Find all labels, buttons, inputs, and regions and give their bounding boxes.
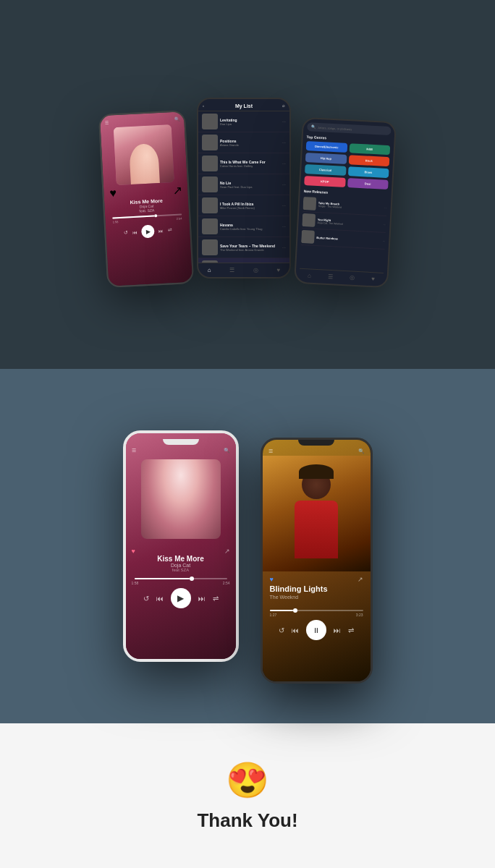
share-icon-small[interactable]: ↗ <box>172 183 182 197</box>
bottom-nav-browse: ⌂ ☰ ◎ ♥ <box>299 268 384 283</box>
thank-you-text: Thank You! <box>197 809 297 832</box>
phone-browse-small: 🔍 Artists, songs, or podcasts Top Genres… <box>294 117 397 288</box>
share-icon-pink[interactable]: ↗ <box>224 548 230 555</box>
feat-pink: feat SZA <box>132 568 230 572</box>
genre-grid: Dance/Electronic R&B Hip Hop Rock Classi… <box>304 141 390 190</box>
list-item[interactable]: I Took A Pill In Ibiza Mike Posner (Seeb… <box>198 195 289 216</box>
menu-icon-pink[interactable]: ☰ <box>132 448 136 454</box>
repeat-pink[interactable]: ↺ <box>143 595 149 603</box>
list-item[interactable]: This Is What We Came For Calvin Harris f… <box>198 153 289 174</box>
phone-weeknd-large: ☰ 🔍 ♥ ↗ Blinding Lights The Weeknd <box>261 438 373 684</box>
nav-list-b[interactable]: ☰ <box>328 273 333 280</box>
nav-fav[interactable]: ♥ <box>276 267 280 273</box>
play-button-small[interactable]: ▶ <box>141 224 155 238</box>
prog-wrap-weeknd <box>270 610 363 611</box>
next-pink[interactable]: ⏭ <box>198 595 206 603</box>
nav-browse-b[interactable]: ◎ <box>350 274 355 281</box>
thumb-butter <box>301 230 315 244</box>
thumb-save <box>202 239 218 255</box>
shuffle-pink[interactable]: ⇌ <box>213 595 219 603</box>
list-item[interactable]: Save Your Tears – The Weekend The Weeken… <box>198 237 289 258</box>
section-mid: ☰ 🔍 ♥ ↗ Kiss Me More Doja Cat feat SZA 1… <box>0 369 495 723</box>
phone-list-small: ‹ My List ⌕ Levitating Dua Lipa ··· <box>197 98 291 278</box>
nav-home-b[interactable]: ⌂ <box>308 272 311 278</box>
more-icon[interactable]: ··· <box>282 224 286 229</box>
nav-fav-b[interactable]: ♥ <box>371 276 375 282</box>
shuffle-weeknd[interactable]: ⇌ <box>348 626 354 634</box>
heart-icon-pink[interactable]: ♥ <box>132 548 135 555</box>
search-bar[interactable]: 🔍 Artists, songs, or podcasts <box>307 122 391 135</box>
more-icon[interactable]: ··· <box>282 119 286 124</box>
genre-dance[interactable]: Dance/Electronic <box>306 141 347 153</box>
list-item[interactable]: Levitating Dua Lipa ··· <box>198 111 289 132</box>
prev-weeknd[interactable]: ⏮ <box>292 626 299 634</box>
time-current-pink: 1:58 <box>132 581 139 585</box>
time-total-small: 2:54 <box>177 216 182 220</box>
time-row-weeknd: 1:27 3:23 <box>263 613 371 617</box>
notch <box>163 439 199 445</box>
genre-desi[interactable]: Desi <box>347 178 389 190</box>
album-art-large <box>141 459 221 539</box>
more-icon[interactable]: ··· <box>282 161 286 166</box>
genre-blues[interactable]: Blues <box>347 166 389 178</box>
thumb-nolie <box>202 176 218 192</box>
genre-rock[interactable]: Rock <box>348 155 389 166</box>
more-icon[interactable]: ··· <box>383 239 386 242</box>
next-icon-small[interactable]: ⏭ <box>158 228 164 233</box>
repeat-icon-small[interactable]: ↺ <box>123 229 127 235</box>
progress-bar-pink[interactable] <box>135 578 227 579</box>
section-top: ☰ 🔍 ♥ ↗ Kiss Me More Doja Cat feat. SZA <box>0 0 495 369</box>
controls-weeknd: ↺ ⏮ ⏸ ⏭ ⇌ <box>263 620 371 644</box>
more-icon[interactable]: ··· <box>282 203 286 208</box>
song-row-weeknd: ♥ ↗ <box>270 576 363 583</box>
search-icon-player[interactable]: 🔍 <box>174 116 179 121</box>
item-info: Levitating Dua Lipa <box>218 118 282 126</box>
list-item[interactable]: Positions Ariana Grande ··· <box>198 132 289 153</box>
genre-kpop[interactable]: KPOP <box>304 176 345 187</box>
prev-pink[interactable]: ⏮ <box>156 595 164 603</box>
more-icon[interactable]: ··· <box>384 222 386 226</box>
search-icon-weeknd[interactable]: 🔍 <box>358 448 365 454</box>
song-title-weeknd: Blinding Lights <box>270 584 363 593</box>
thumb-ibiza <box>202 197 218 213</box>
time-row-pink: 1:58 2:54 <box>132 581 230 585</box>
next-weeknd[interactable]: ⏭ <box>334 626 341 634</box>
menu-icon-weeknd[interactable]: ☰ <box>268 448 273 454</box>
more-icon[interactable]: ··· <box>282 245 286 250</box>
nav-browse[interactable]: ◎ <box>253 267 258 273</box>
release-item[interactable]: Butter Rainbow ··· <box>301 229 386 250</box>
list-search-icon[interactable]: ⌕ <box>282 103 285 108</box>
shuffle-icon-small[interactable]: ⇌ <box>168 227 172 233</box>
more-icon[interactable]: ··· <box>282 182 286 187</box>
pause-button-weeknd[interactable]: ⏸ <box>306 620 326 640</box>
genre-rb[interactable]: R&B <box>349 143 390 155</box>
emoji: 😍 <box>226 760 269 801</box>
nav-list[interactable]: ☰ <box>229 267 234 273</box>
genre-hiphop[interactable]: Hip Hop <box>305 153 347 164</box>
genre-classical[interactable]: Classical <box>305 164 346 176</box>
song-title-pink: Kiss Me More <box>132 555 230 563</box>
more-icon[interactable]: ··· <box>384 205 387 209</box>
controls-pink: ↺ ⏮ ▶ ⏭ ⇌ <box>132 588 230 608</box>
more-icon[interactable]: ··· <box>282 140 286 145</box>
prev-icon-small[interactable]: ⏮ <box>132 229 137 234</box>
heart-icon-small[interactable]: ♥ <box>109 187 117 200</box>
share-icon-weeknd[interactable]: ↗ <box>358 576 363 583</box>
artist-weeknd: The Weeknd <box>270 595 363 600</box>
back-arrow[interactable]: ‹ <box>203 103 204 108</box>
nav-home[interactable]: ⌂ <box>208 267 211 273</box>
song-info-weeknd: ♥ ↗ Blinding Lights The Weeknd <box>263 571 371 604</box>
search-placeholder: Artists, songs, or podcasts <box>318 125 352 130</box>
search-icon-pink[interactable]: 🔍 <box>224 448 230 454</box>
play-button-pink[interactable]: ▶ <box>171 588 191 608</box>
repeat-weeknd[interactable]: ↺ <box>279 626 284 634</box>
list-items: Levitating Dua Lipa ··· Positions Ariana… <box>198 111 289 263</box>
list-item[interactable]: Havana Camila Cabello feat. Young Thug ·… <box>198 216 289 237</box>
time-current-weeknd: 1:27 <box>270 613 277 617</box>
menu-icon[interactable]: ☰ <box>104 120 108 125</box>
list-item[interactable]: No Lie Sean Paul feat. Dua Lipa ··· <box>198 174 289 195</box>
thumb-you-right <box>302 213 316 227</box>
progress-bar-weeknd[interactable] <box>270 610 363 611</box>
heart-icon-weeknd[interactable]: ♥ <box>270 576 274 583</box>
doja-image <box>141 459 221 539</box>
